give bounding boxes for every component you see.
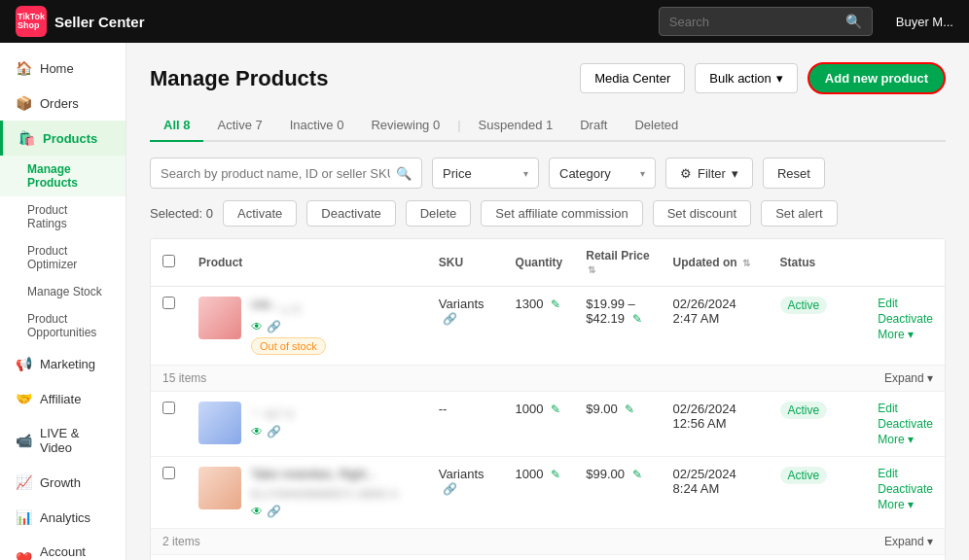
items-count-row: 15 items Expand ▾ xyxy=(151,365,945,391)
tab-reviewing[interactable]: Reviewing 0 xyxy=(357,110,453,142)
action-links-3: Edit Deactivate More ▾ xyxy=(878,467,933,511)
col-updated-on[interactable]: Updated on ⇅ xyxy=(662,239,769,287)
select-all-header[interactable] xyxy=(151,239,187,287)
product-sku-id-2: 317 ① xyxy=(265,408,295,421)
status-cell-4: Active xyxy=(769,554,867,560)
deactivate-button[interactable]: Deactivate xyxy=(306,200,395,227)
sku-link-icon[interactable]: 🔗 xyxy=(443,312,457,326)
row-checkbox-cell[interactable] xyxy=(151,287,187,366)
more-link-1[interactable]: More ▾ xyxy=(878,328,933,341)
sidebar-item-growth[interactable]: 📈 Growth xyxy=(0,465,126,500)
delete-button[interactable]: Delete xyxy=(406,200,472,227)
sidebar-item-account-health[interactable]: ❤️ Account Health xyxy=(0,535,126,560)
media-center-button[interactable]: Media Center xyxy=(580,63,685,93)
reset-button[interactable]: Reset xyxy=(763,158,825,189)
sidebar-label-products: Products xyxy=(43,131,97,146)
sidebar-sub-manage-products[interactable]: Manage Products xyxy=(0,156,126,196)
retail-price-value-2: $9.00 xyxy=(586,402,618,416)
search-box[interactable]: 🔍 xyxy=(150,158,422,189)
row-checkbox-3[interactable] xyxy=(162,467,175,479)
tab-active[interactable]: Active 7 xyxy=(203,110,275,142)
activate-button[interactable]: Activate xyxy=(223,200,297,227)
set-affiliate-button[interactable]: Set affiliate commission xyxy=(481,200,642,227)
table-header-row: Product SKU Quantity Retail Price ⇅ xyxy=(151,239,945,287)
more-link-2[interactable]: More ▾ xyxy=(878,433,933,446)
main-content: Manage Products Media Center Bulk action… xyxy=(126,43,969,560)
price-edit-icon-3[interactable]: ✎ xyxy=(632,468,642,481)
row-checkbox-cell[interactable] xyxy=(151,456,187,528)
product-eye-icon-1[interactable]: 👁 xyxy=(251,320,263,333)
add-new-product-button[interactable]: Add new product xyxy=(808,62,946,94)
expand-button-3[interactable]: Expand ▾ xyxy=(884,535,933,548)
set-discount-button[interactable]: Set discount xyxy=(653,200,752,227)
sidebar-sub-product-opportunities[interactable]: Product Opportunities xyxy=(0,305,126,346)
sidebar-item-orders[interactable]: 📦 Orders xyxy=(0,86,126,121)
price-edit-icon-1[interactable]: ✎ xyxy=(632,312,642,326)
table-row: ... 317 ① 👁 🔗 -- 1000 ✎ $9.00 ✎ xyxy=(151,391,945,456)
price-edit-icon-2[interactable]: ✎ xyxy=(625,402,634,416)
deactivate-link-1[interactable]: Deactivate xyxy=(878,312,933,326)
sidebar-item-analytics[interactable]: 📊 Analytics xyxy=(0,500,126,535)
header: TikTokShop Seller Center 🔍 Buyer M... xyxy=(0,0,969,43)
quantity-edit-icon-1[interactable]: ✎ xyxy=(551,298,560,311)
sidebar-label-analytics: Analytics xyxy=(40,510,90,525)
deactivate-link-2[interactable]: Deactivate xyxy=(878,417,933,431)
sidebar-sub-product-ratings[interactable]: Product Ratings xyxy=(0,196,126,237)
filter-button[interactable]: ⚙ Filter ▾ xyxy=(665,158,753,189)
bulk-action-arrow-icon: ▾ xyxy=(776,71,783,86)
bulk-action-button[interactable]: Bulk action ▾ xyxy=(695,63,798,93)
row-checkbox-cell[interactable] xyxy=(151,554,187,560)
sidebar-sub-manage-stock[interactable]: Manage Stock xyxy=(0,278,126,305)
status-cell-2: Active xyxy=(769,391,867,456)
product-info-3: Tailor motorbisc, Righl... EL17294429606… xyxy=(198,467,415,518)
price-filter[interactable]: Price ▾ xyxy=(432,158,539,189)
edit-link-2[interactable]: Edit xyxy=(878,402,933,415)
row-checkbox-2[interactable] xyxy=(162,402,175,414)
search-input[interactable] xyxy=(669,15,840,29)
product-cell-3: Tailor motorbisc, Righl... EL17294429606… xyxy=(187,456,427,528)
row-checkbox-1[interactable] xyxy=(162,297,175,309)
sidebar-sub-product-optimizer[interactable]: Product Optimizer xyxy=(0,237,126,278)
product-eye-icon-2[interactable]: 👁 xyxy=(251,425,263,438)
header-user[interactable]: Buyer M... xyxy=(896,15,953,29)
sku-link-icon[interactable]: 🔗 xyxy=(443,482,457,496)
sidebar-item-products[interactable]: 🛍️ Products xyxy=(0,121,126,156)
price-filter-label: Price xyxy=(443,166,472,181)
col-retail-price[interactable]: Retail Price ⇅ xyxy=(574,239,661,287)
tab-deleted[interactable]: Deleted xyxy=(621,110,692,142)
sidebar-item-home[interactable]: 🏠 Home xyxy=(0,51,126,86)
action-links-1: Edit Deactivate More ▾ xyxy=(878,297,933,341)
select-all-checkbox[interactable] xyxy=(162,255,175,267)
quantity-value-1: 1300 xyxy=(516,297,544,311)
row-checkbox-cell[interactable] xyxy=(151,391,187,456)
tab-suspended[interactable]: Suspended 1 xyxy=(465,110,567,142)
items-count-label-3: 2 items xyxy=(162,535,200,548)
edit-link-3[interactable]: Edit xyxy=(878,467,933,480)
product-search-input[interactable] xyxy=(161,166,390,181)
header-search[interactable]: 🔍 xyxy=(659,7,873,36)
product-link-icon-2[interactable]: 🔗 xyxy=(267,425,281,438)
growth-icon: 📈 xyxy=(16,474,32,490)
tab-draft[interactable]: Draft xyxy=(566,110,621,142)
updated-on-cell-2: 02/26/2024 12:56 AM xyxy=(662,391,769,456)
product-link-icon-1[interactable]: 🔗 xyxy=(267,320,281,333)
tab-all[interactable]: All 8 xyxy=(150,110,203,142)
more-link-3[interactable]: More ▾ xyxy=(878,498,933,511)
category-filter[interactable]: Category ▾ xyxy=(549,158,656,189)
logo[interactable]: TikTokShop Seller Center xyxy=(16,6,145,37)
sidebar-item-marketing[interactable]: 📢 Marketing xyxy=(0,346,126,381)
quantity-edit-icon-3[interactable]: ✎ xyxy=(551,468,560,481)
product-eye-icon-3[interactable]: 👁 xyxy=(251,505,263,518)
sidebar-item-affiliate[interactable]: 🤝 Affiliate xyxy=(0,381,126,416)
product-icons-1: 👁 🔗 xyxy=(251,320,415,333)
quantity-edit-icon-2[interactable]: ✎ xyxy=(551,402,560,416)
edit-link-1[interactable]: Edit xyxy=(878,297,933,310)
deactivate-link-3[interactable]: Deactivate xyxy=(878,482,933,496)
tab-inactive[interactable]: Inactive 0 xyxy=(276,110,358,142)
set-alert-button[interactable]: Set alert xyxy=(761,200,837,227)
updated-on-value-3: 02/25/2024 8:24 AM xyxy=(673,467,736,496)
product-link-icon-3[interactable]: 🔗 xyxy=(267,505,281,518)
page-title: Manage Products xyxy=(150,66,328,91)
expand-button-1[interactable]: Expand ▾ xyxy=(884,371,933,385)
sidebar-item-live-video[interactable]: 📹 LIVE & Video xyxy=(0,416,126,465)
